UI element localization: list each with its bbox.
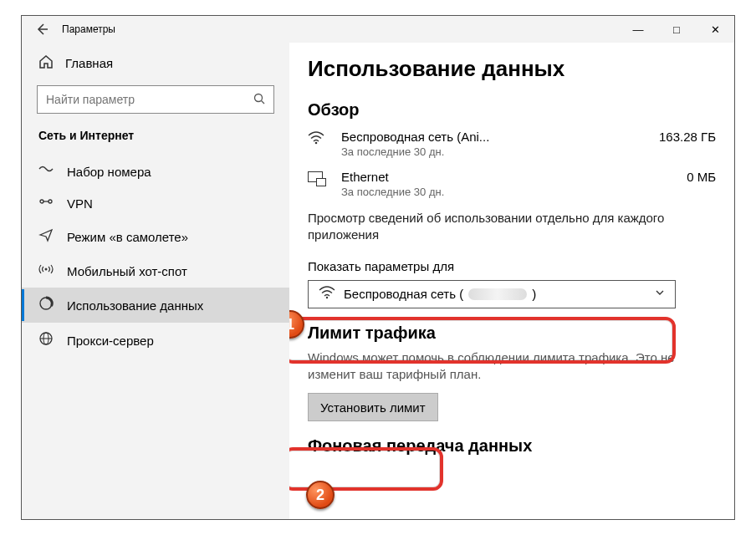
svg-point-0	[255, 94, 263, 101]
sidebar-item-data-usage[interactable]: Использование данных	[22, 288, 289, 323]
minimize-button[interactable]: —	[619, 16, 657, 43]
ethernet-icon	[308, 170, 329, 191]
sidebar-item-label: Использование данных	[67, 298, 203, 313]
annotation-callout-1: 1	[289, 310, 304, 339]
network-selector-dropdown[interactable]: Беспроводная сеть ()	[308, 280, 676, 308]
overview-texts: Беспроводная сеть (Ani... За последние 3…	[341, 130, 629, 158]
wifi-icon	[319, 286, 335, 302]
search-input[interactable]	[46, 93, 253, 106]
maximize-button[interactable]: □	[657, 16, 696, 43]
sidebar-item-label: Режим «в самолете»	[67, 230, 188, 244]
dialup-icon	[38, 164, 54, 179]
search-icon	[253, 93, 265, 107]
airplane-icon	[38, 227, 54, 246]
chevron-down-icon	[655, 288, 665, 300]
dropdown-selected-text: Беспроводная сеть ()	[344, 287, 646, 301]
sidebar-item-vpn[interactable]: VPN	[22, 187, 289, 219]
svg-point-9	[315, 142, 318, 145]
overview-heading: Обзор	[308, 100, 716, 120]
svg-point-4	[45, 268, 48, 271]
limit-desc: Windows может помочь в соблюдении лимита…	[308, 349, 716, 384]
sidebar-item-label: VPN	[67, 196, 93, 211]
arrow-left-icon	[35, 23, 49, 36]
content-pane: Использование данных Обзор Беспроводная …	[289, 43, 734, 519]
annotation-callout-2: 2	[306, 481, 335, 509]
home-link[interactable]: Главная	[22, 43, 289, 80]
svg-point-10	[326, 297, 328, 298]
data-usage-icon	[38, 296, 54, 314]
window-body: Главная Сеть и Интернет Набор номера	[22, 43, 734, 519]
overview-item-wifi[interactable]: Беспроводная сеть (Ani... За последние 3…	[308, 130, 716, 158]
svg-point-3	[49, 200, 52, 203]
overview-period: За последние 30 дн.	[341, 186, 629, 198]
sidebar: Главная Сеть и Интернет Набор номера	[22, 43, 289, 519]
wifi-icon	[308, 130, 329, 149]
redacted-ssid	[468, 288, 527, 300]
proxy-icon	[38, 331, 54, 349]
overview-value: 163.28 ГБ	[641, 130, 716, 144]
overview-name: Ethernet	[341, 170, 629, 184]
window-title: Параметры	[62, 23, 115, 35]
set-limit-button[interactable]: Установить лимит	[308, 393, 438, 421]
sidebar-item-label: Набор номера	[67, 165, 151, 179]
sidebar-item-hotspot[interactable]: Мобильный хот-спот	[22, 254, 289, 288]
titlebar: Параметры — □ ✕	[22, 16, 734, 43]
sidebar-nav: Набор номера VPN Режим «в самолете»	[22, 155, 289, 358]
sidebar-item-dialup[interactable]: Набор номера	[22, 155, 289, 187]
svg-line-1	[262, 100, 265, 104]
overview-item-ethernet[interactable]: Ethernet За последние 30 дн. 0 МБ	[308, 170, 716, 198]
vpn-icon	[38, 196, 54, 211]
page-title: Использование данных	[308, 56, 716, 82]
limit-heading: Лимит трафика	[308, 324, 716, 343]
home-icon	[38, 54, 54, 72]
show-for-label: Показать параметры для	[308, 259, 716, 273]
svg-point-2	[40, 200, 43, 203]
back-button[interactable]	[22, 16, 62, 43]
sidebar-item-label: Мобильный хот-спот	[67, 264, 187, 278]
overview-value: 0 МБ	[641, 170, 716, 184]
overview-name: Беспроводная сеть (Ani...	[341, 130, 629, 144]
search-box[interactable]	[37, 85, 274, 114]
close-button[interactable]: ✕	[696, 16, 734, 43]
sidebar-section-title: Сеть и Интернет	[22, 125, 289, 155]
background-data-heading: Фоновая передача данных	[308, 436, 716, 456]
settings-window: Параметры — □ ✕ Главная Сеть и Интернет	[21, 15, 735, 520]
window-controls: — □ ✕	[619, 16, 734, 43]
overview-period: За последние 30 дн.	[341, 145, 629, 158]
overview-texts: Ethernet За последние 30 дн.	[341, 170, 629, 198]
sidebar-item-label: Прокси-сервер	[67, 334, 154, 348]
sidebar-item-airplane[interactable]: Режим «в самолете»	[22, 219, 289, 254]
per-app-desc: Просмотр сведений об использовании отдел…	[308, 210, 716, 244]
sidebar-item-proxy[interactable]: Прокси-сервер	[22, 323, 289, 358]
hotspot-icon	[38, 262, 54, 279]
home-label: Главная	[65, 56, 113, 70]
